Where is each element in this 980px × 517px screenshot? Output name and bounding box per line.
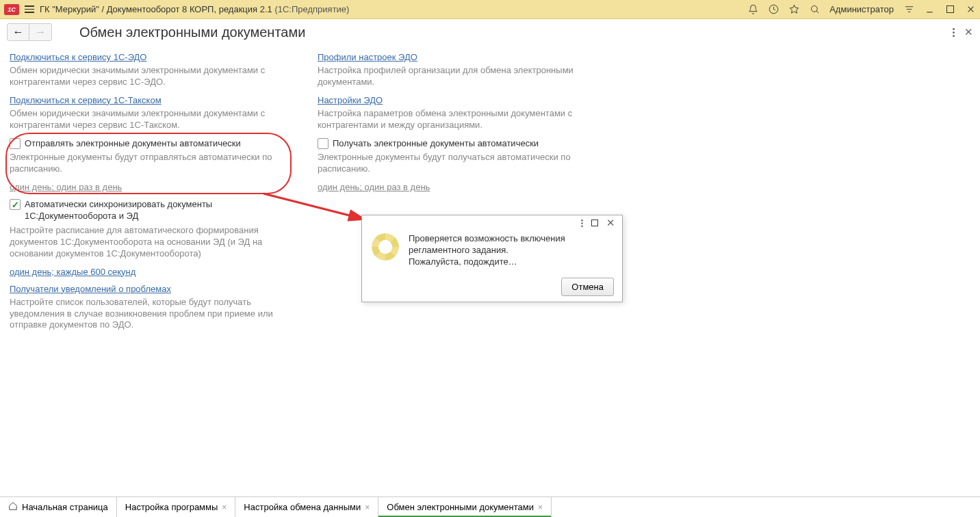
cancel-button[interactable]: Отмена — [561, 278, 614, 296]
dialog-close-icon[interactable]: ✕ — [606, 217, 615, 229]
home-icon — [8, 501, 18, 513]
menu-icon[interactable] — [25, 5, 34, 13]
search-icon[interactable] — [809, 4, 820, 15]
bell-icon[interactable] — [747, 4, 758, 15]
link-settings-edo[interactable]: Настройки ЭДО — [318, 95, 591, 105]
close-icon[interactable] — [965, 4, 976, 15]
logo-1c: 1C — [4, 4, 19, 15]
history-icon[interactable] — [768, 4, 779, 15]
maximize-icon[interactable] — [944, 4, 955, 15]
back-button[interactable]: ← — [8, 24, 29, 40]
checkbox-receive-auto-label: Получать электронные документы автоматич… — [333, 138, 539, 150]
link-schedule-sync[interactable]: один день; каждые 600 секунд — [10, 267, 283, 277]
link-schedule-send[interactable]: один день; один раз в день — [10, 182, 283, 192]
page-close-icon[interactable]: ✕ — [964, 26, 973, 38]
tab-label: Обмен электронными документами — [387, 502, 534, 512]
svg-line-3 — [816, 11, 818, 13]
window-subtitle: (1С:Предприятие) — [272, 4, 350, 14]
desc-sync-auto: Настройте расписание для автоматического… — [10, 225, 283, 260]
tab-edo-exchange[interactable]: Обмен электронными документами × — [378, 497, 552, 517]
svg-marker-1 — [790, 5, 799, 13]
tab-close-icon[interactable]: × — [222, 503, 227, 512]
checkbox-receive-auto[interactable] — [318, 138, 328, 149]
user-name[interactable]: Администратор — [829, 4, 894, 14]
left-column: Подключиться к сервису 1С-ЭДО Обмен юрид… — [10, 52, 283, 338]
page-title: Обмен электронными документами — [79, 25, 305, 40]
tab-close-icon[interactable]: × — [538, 503, 543, 512]
kebab-icon[interactable] — [953, 28, 955, 37]
dialog: ✕ Проверяется возможность включения регл… — [361, 215, 623, 302]
titlebar: 1C ГК "Меркурий" / Документооборот 8 КОР… — [0, 0, 980, 19]
tab-exchange-settings[interactable]: Настройка обмена данными × — [235, 497, 378, 517]
link-connect-edo[interactable]: Подключиться к сервису 1С-ЭДО — [10, 52, 283, 62]
tab-label: Настройка программы — [125, 502, 218, 512]
checkbox-send-auto-label: Отправлять электронные документы автомат… — [25, 138, 241, 150]
dialog-message: Проверяется возможность включения реглам… — [409, 233, 612, 268]
desc-recipients: Настройте список пользователей, которые … — [10, 297, 283, 332]
toolbar: ← → Обмен электронными документами ✕ — [0, 19, 980, 45]
tab-home[interactable]: Начальная страница — [0, 497, 117, 517]
tab-close-icon[interactable]: × — [365, 503, 370, 512]
window-title: ГК "Меркурий" / Документооборот 8 КОРП, … — [40, 4, 272, 14]
checkbox-sync-auto[interactable] — [10, 199, 21, 210]
link-recipients[interactable]: Получатели уведомлений о проблемах — [10, 284, 283, 294]
minimize-icon[interactable] — [924, 4, 935, 15]
checkbox-send-auto[interactable] — [10, 138, 21, 149]
tab-home-label: Начальная страница — [22, 502, 108, 512]
checkbox-sync-auto-label: Автоматически синхронизировать документы… — [25, 199, 283, 222]
forward-button[interactable]: → — [29, 24, 51, 40]
tab-program-settings[interactable]: Настройка программы × — [117, 497, 236, 517]
desc-receive-auto: Электронные документы будут получаться а… — [318, 152, 591, 175]
link-connect-taxcom[interactable]: Подключиться к сервису 1С-Такском — [10, 95, 283, 105]
link-schedule-receive[interactable]: один день; один раз в день — [318, 182, 591, 192]
spinner-icon — [372, 233, 399, 261]
svg-point-2 — [811, 6, 817, 12]
settings-bars-icon[interactable] — [903, 4, 914, 15]
desc-settings-edo: Настройка параметров обмена электронными… — [318, 108, 591, 131]
link-profiles[interactable]: Профили настроек ЭДО — [318, 52, 591, 62]
nav-buttons: ← → — [7, 23, 52, 41]
tab-label: Настройка обмена данными — [244, 502, 361, 512]
desc-profiles: Настройка профилей организации для обмен… — [318, 65, 591, 88]
desc-send-auto: Электронные документы будут отправляться… — [10, 152, 283, 175]
desc-connect-edo: Обмен юридически значимыми электронными … — [10, 65, 283, 88]
dialog-kebab-icon[interactable] — [581, 219, 583, 226]
dialog-maximize-icon[interactable] — [591, 220, 598, 226]
star-icon[interactable] — [788, 4, 799, 15]
tabbar: Начальная страница Настройка программы ×… — [0, 496, 980, 517]
desc-connect-taxcom: Обмен юридически значимыми электронными … — [10, 108, 283, 131]
